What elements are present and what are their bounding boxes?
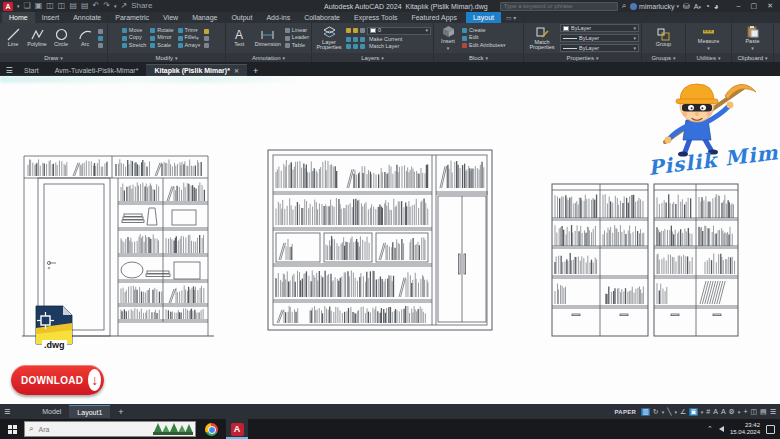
layout1-tab[interactable]: Layout1 <box>69 405 110 418</box>
dimension-tool[interactable]: Dimension <box>253 28 283 48</box>
undo-icon[interactable]: ↶ <box>93 2 100 10</box>
block-panel-label[interactable]: Block▾ <box>434 53 523 62</box>
draw-extra-tools[interactable] <box>98 29 105 48</box>
bookshelf-cabinet-drawing[interactable] <box>266 148 494 334</box>
new-drawing-plus-icon[interactable]: + <box>247 66 264 76</box>
ribbon-tab-insert[interactable]: Insert <box>35 12 67 23</box>
grid-toggle-icon[interactable]: ▥ <box>641 408 650 416</box>
customization-menu-icon[interactable]: ☰ <box>770 408 776 416</box>
close-tab-icon[interactable]: ✕ <box>234 67 239 74</box>
start-button[interactable] <box>0 419 24 439</box>
account-menu[interactable]: mimarlucky ▾ <box>630 3 679 10</box>
properties-panel-label[interactable]: Properties▾ <box>524 53 641 62</box>
username[interactable]: mimarlucky <box>639 3 674 10</box>
drawing-canvas[interactable]: Pislik Mimar .dwg DOWNLOAD ↓ <box>0 76 780 404</box>
leader-tool[interactable]: Leader <box>285 35 309 41</box>
ribbon-tab-output[interactable]: Output <box>224 12 259 23</box>
autocad-app-icon[interactable]: A <box>3 2 13 11</box>
taskbar-chrome-app[interactable] <box>200 419 222 439</box>
close-button[interactable]: ✕ <box>767 2 773 10</box>
draw-panel-label[interactable]: Draw▾ <box>0 53 107 62</box>
lineweight-display-icon[interactable]: # <box>706 408 710 415</box>
snap-dropdown-icon[interactable]: ▾ <box>662 409 665 415</box>
circle-tool[interactable]: Circle <box>50 28 72 48</box>
object-color-dropdown[interactable]: ByLayer▾ <box>560 24 639 32</box>
view-panel-label[interactable]: View▾» <box>774 53 780 62</box>
paper-space-label[interactable]: PAPER <box>614 409 636 415</box>
qat-dropdown-icon[interactable]: ▾ <box>114 4 117 9</box>
annotation-scale-gear-icon[interactable]: ⚙ <box>729 408 735 416</box>
autodesk-a-icon[interactable]: A▾ <box>694 3 701 10</box>
file-tab-start[interactable]: Start <box>16 64 47 76</box>
volume-icon[interactable] <box>719 426 724 432</box>
table-tool[interactable]: Table <box>285 43 309 49</box>
file-tabs-menu-icon[interactable]: ☰ <box>2 64 16 76</box>
app-menu-arrow-icon[interactable]: ▾ <box>17 3 20 9</box>
ribbon-tab-addins[interactable]: Add-ins <box>259 12 297 23</box>
save-icon[interactable]: ◫ <box>46 2 54 10</box>
rotate-tool[interactable]: Rotate <box>150 28 173 34</box>
minimize-button[interactable]: – <box>737 2 741 10</box>
polyline-tool[interactable]: Polyline <box>26 28 48 48</box>
create-block-tool[interactable]: Create <box>462 28 505 34</box>
workspace-switching-icon[interactable]: + <box>743 408 747 415</box>
text-tool[interactable]: A Text <box>228 28 251 48</box>
layer-lock-icon[interactable] <box>360 28 365 33</box>
polar-dropdown-icon[interactable]: ▾ <box>674 409 677 415</box>
layout-tabs-menu-icon[interactable]: ☰ <box>4 408 10 416</box>
help-icon[interactable]: ◕ <box>714 2 719 11</box>
taskbar-search-input[interactable] <box>36 425 126 434</box>
annotation-panel-label[interactable]: Annotation▾ <box>226 53 311 62</box>
redo-icon[interactable]: ↷ <box>103 2 110 10</box>
layer-freeze-icon[interactable] <box>353 28 358 33</box>
ribbon-tab-express-tools[interactable]: Express Tools <box>347 12 404 23</box>
download-button[interactable]: DOWNLOAD ↓ <box>11 365 104 395</box>
polar-tracking-icon[interactable]: ╲ <box>667 408 671 416</box>
file-tab-kitaplik[interactable]: Kitaplık (Pislik Mimar)*✕ <box>146 64 247 76</box>
insert-tool[interactable]: Insert ▾ <box>436 25 460 52</box>
match-layer-tool[interactable]: Match Layer <box>346 44 431 50</box>
print-icon[interactable]: ▤ <box>81 2 89 10</box>
app-store-cart-icon[interactable]: ⛁ <box>683 2 690 11</box>
double-bookshelf-drawing[interactable] <box>550 180 740 350</box>
hidden-icons-chevron[interactable]: ⌃ <box>707 425 713 433</box>
maximize-button[interactable]: ▢ <box>751 2 758 10</box>
taskbar-clock[interactable]: 23:42 15.04.2024 <box>730 422 760 436</box>
arc-tool[interactable]: Arc <box>74 28 96 48</box>
layer-dropdown[interactable]: 0 ▾ <box>367 27 431 35</box>
plot-icon[interactable]: ▤ <box>69 2 77 10</box>
notifications-bell-icon[interactable]: ◔ <box>705 2 710 11</box>
autoscale-icon[interactable]: A <box>721 408 726 415</box>
ribbon-tab-manage[interactable]: Manage <box>185 12 224 23</box>
taskbar-autocad-app[interactable]: A <box>226 419 248 439</box>
stretch-tool[interactable]: Stretch <box>122 43 146 49</box>
save-as-icon[interactable]: ◫ <box>58 2 66 10</box>
layer-properties-tool[interactable]: Layer Properties <box>314 26 344 51</box>
file-tab-avm-tuvaleti[interactable]: Avm-Tuvaleti-Pislik-Mimar* <box>47 64 147 76</box>
linear-tool[interactable]: Linear <box>285 28 309 34</box>
snap-mode-icon[interactable]: ↻ <box>653 408 659 416</box>
lineweight-dropdown[interactable]: ByLayer▾ <box>560 34 639 42</box>
groups-panel-label[interactable]: Groups▾ <box>642 53 685 62</box>
osnap-dropdown-icon[interactable]: ▾ <box>701 409 704 415</box>
layers-panel-label[interactable]: Layers▾ <box>312 53 433 62</box>
share-icon[interactable]: ↗ <box>120 2 127 10</box>
taskbar-search[interactable]: ⌕ <box>24 421 196 437</box>
action-center-icon[interactable] <box>766 425 775 434</box>
move-tool[interactable]: Move <box>122 28 146 34</box>
ribbon-tab-featured-apps[interactable]: Featured Apps <box>404 12 464 23</box>
account-dropdown-icon[interactable]: ▾ <box>677 3 680 9</box>
quick-view-icon[interactable]: ◫ <box>750 408 757 416</box>
array-tool[interactable]: Array▾ <box>178 43 201 49</box>
match-properties-tool[interactable]: Match Properties <box>526 26 558 51</box>
measure-tool[interactable]: Measure ▾ <box>697 25 721 52</box>
paste-tool[interactable]: Paste ▾ <box>741 25 765 52</box>
clipboard-panel-label[interactable]: Clipboard▾ <box>732 53 773 62</box>
open-folder-icon[interactable]: ▣ <box>35 2 43 10</box>
share-label[interactable]: Share <box>131 2 152 10</box>
ribbon-tab-parametric[interactable]: Parametric <box>108 12 156 23</box>
model-tab[interactable]: Model <box>34 405 69 418</box>
search-icon[interactable]: ⌕ <box>622 1 626 11</box>
make-current-tool[interactable]: Make Current <box>346 37 431 43</box>
mirror-tool[interactable]: Mirror <box>150 35 173 41</box>
